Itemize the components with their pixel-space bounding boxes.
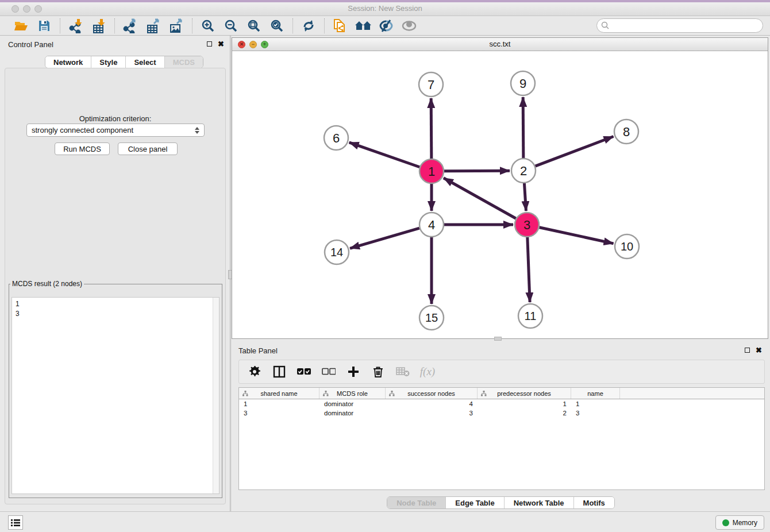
- graph-node-3[interactable]: 3: [515, 213, 539, 237]
- svg-text:14: 14: [330, 246, 343, 259]
- criterion-dropdown-value: strongly connected component: [32, 126, 195, 134]
- graph-node-14[interactable]: 14: [325, 240, 349, 264]
- svg-text:8: 8: [623, 125, 630, 139]
- export-table-icon[interactable]: [145, 18, 162, 34]
- select-all-columns-icon[interactable]: [297, 364, 311, 379]
- svg-text:2: 2: [520, 164, 527, 178]
- open-session-icon[interactable]: [13, 18, 30, 34]
- network-window-title: scc.txt: [232, 40, 768, 48]
- zoom-out-icon[interactable]: [222, 18, 240, 34]
- edge-3-10[interactable]: [539, 228, 613, 244]
- criterion-dropdown[interactable]: strongly connected component: [26, 124, 205, 137]
- edge-4-14[interactable]: [350, 228, 419, 248]
- network-view-window: ✕ − + scc.txt 7968124314101511: [232, 37, 768, 339]
- svg-text:6: 6: [333, 131, 340, 145]
- graph-node-11[interactable]: 11: [518, 304, 542, 328]
- delete-row-icon[interactable]: [371, 364, 386, 379]
- tab-motifs[interactable]: Motifs: [573, 497, 614, 508]
- graph-node-15[interactable]: 15: [419, 306, 444, 330]
- column-header-name[interactable]: name: [571, 388, 620, 399]
- edge-1-2[interactable]: [444, 171, 510, 171]
- horizontal-divider-grip[interactable]: [494, 337, 502, 341]
- memory-button[interactable]: Memory: [715, 515, 764, 530]
- column-header-MCDS-role[interactable]: MCDS role: [319, 388, 386, 399]
- close-panel-button[interactable]: Close panel: [118, 142, 178, 155]
- graph-node-10[interactable]: 10: [615, 234, 639, 259]
- zoom-selected-icon[interactable]: [268, 18, 286, 34]
- save-session-icon[interactable]: [36, 18, 53, 34]
- tab-node-table[interactable]: Node Table: [387, 497, 445, 508]
- tab-mcds[interactable]: MCDS: [164, 56, 203, 68]
- control-panel: Control Panel ✖ NetworkStyleSelectMCDS O…: [0, 36, 230, 511]
- network-canvas[interactable]: 7968124314101511: [232, 51, 768, 338]
- edge-2-8[interactable]: [536, 137, 614, 167]
- table-cell: 4: [386, 400, 478, 407]
- table-cell: 3: [386, 410, 478, 417]
- table-row[interactable]: 1dominator411: [239, 399, 764, 408]
- table-cell: 3: [239, 410, 319, 417]
- show-columns-icon[interactable]: [272, 364, 287, 379]
- run-mcds-button[interactable]: Run MCDS: [55, 142, 110, 155]
- duplicate-network-icon[interactable]: [332, 18, 349, 34]
- control-panel-header: Control Panel ✖: [0, 38, 230, 52]
- close-panel-icon[interactable]: ✖: [218, 41, 224, 47]
- edge-2-3[interactable]: [524, 183, 526, 211]
- add-row-icon[interactable]: [346, 364, 361, 379]
- tab-network[interactable]: Network: [45, 56, 91, 68]
- graph-node-2[interactable]: 2: [511, 159, 536, 183]
- mcds-result-text[interactable]: 13: [11, 297, 220, 494]
- tab-network-table[interactable]: Network Table: [504, 497, 573, 508]
- table-row[interactable]: 3dominator323: [239, 408, 764, 418]
- column-header-shared-name[interactable]: shared name: [239, 388, 319, 399]
- network-window-titlebar[interactable]: ✕ − + scc.txt: [232, 38, 768, 51]
- export-network-icon[interactable]: [122, 18, 139, 34]
- show-graphics-details-icon[interactable]: [401, 18, 418, 34]
- tab-edge-table[interactable]: Edge Table: [445, 497, 503, 508]
- result-scrollbar[interactable]: [213, 298, 219, 494]
- unselect-all-columns-icon[interactable]: [321, 364, 336, 379]
- table-settings-icon[interactable]: [247, 364, 262, 379]
- column-header-successor-nodes[interactable]: successor nodes: [386, 388, 478, 399]
- zoom-fit-icon[interactable]: [245, 18, 263, 34]
- graph-node-4[interactable]: 4: [419, 213, 444, 237]
- memory-status-icon: [722, 519, 729, 526]
- graph-node-7[interactable]: 7: [419, 72, 443, 97]
- float-panel-icon[interactable]: [207, 41, 212, 47]
- zoom-in-icon[interactable]: [199, 18, 217, 34]
- search-input[interactable]: [596, 18, 763, 33]
- hide-graphics-details-icon[interactable]: [378, 18, 395, 34]
- first-neighbors-icon[interactable]: [355, 18, 372, 34]
- task-history-button[interactable]: [8, 515, 23, 530]
- edge-3-1[interactable]: [444, 178, 516, 219]
- import-network-icon[interactable]: [67, 18, 84, 34]
- column-header-predecessor-nodes[interactable]: predecessor nodes: [478, 388, 571, 399]
- graph-node-1[interactable]: 1: [419, 159, 444, 183]
- svg-text:9: 9: [519, 76, 526, 91]
- table-cell: 1: [239, 400, 319, 407]
- import-table-icon[interactable]: [90, 18, 107, 34]
- close-table-panel-icon[interactable]: ✖: [756, 347, 762, 353]
- graph-node-9[interactable]: 9: [511, 71, 535, 95]
- tab-style[interactable]: Style: [91, 56, 125, 68]
- edge-1-7[interactable]: [431, 98, 432, 159]
- titlebar[interactable]: Session: New Session: [0, 2, 770, 16]
- edge-1-6[interactable]: [349, 142, 420, 167]
- column-label: successor nodes: [407, 390, 455, 397]
- svg-text:4: 4: [428, 218, 435, 232]
- delete-table-icon: [395, 364, 410, 379]
- graph-node-6[interactable]: 6: [324, 126, 348, 150]
- column-label: predecessor nodes: [497, 390, 551, 397]
- graph-node-8[interactable]: 8: [614, 119, 638, 144]
- edge-2-9[interactable]: [523, 97, 523, 158]
- search-icon: [601, 21, 609, 32]
- export-image-icon[interactable]: [168, 18, 185, 34]
- list-icon: [11, 519, 20, 527]
- float-table-panel-icon[interactable]: [745, 348, 750, 353]
- table-toolbar: f(x): [238, 360, 765, 384]
- tab-select[interactable]: Select: [125, 56, 164, 68]
- svg-text:10: 10: [621, 240, 633, 253]
- table-cell: 2: [478, 410, 571, 417]
- refresh-icon[interactable]: [300, 18, 317, 34]
- edge-3-11[interactable]: [528, 237, 530, 302]
- table-header-row: shared nameMCDS rolesuccessor nodesprede…: [239, 388, 764, 399]
